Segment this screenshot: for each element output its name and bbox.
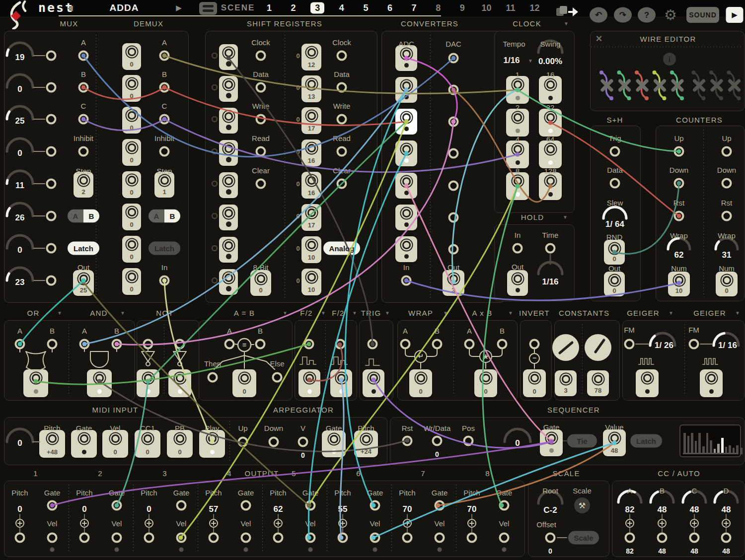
mux-select-port-c[interactable] (78, 114, 89, 125)
shift1-step-button[interactable] (219, 237, 238, 263)
shift2-step-button[interactable]: 17 (301, 107, 321, 134)
adc-button-5[interactable] (395, 173, 417, 199)
wrap-a-port[interactable] (400, 339, 411, 350)
demux-output-button[interactable]: 0 (122, 107, 141, 134)
output-gate-port[interactable] (176, 500, 187, 511)
trig-out-button[interactable] (363, 369, 384, 397)
geiger-out-button[interactable] (636, 369, 659, 397)
arp-down-port[interactable] (269, 437, 279, 447)
output-gate-port[interactable] (112, 500, 122, 511)
patch-name[interactable]: ADDA (110, 2, 139, 13)
wrap-out-button[interactable]: 0 (409, 369, 432, 397)
constant-out-button[interactable]: 3 (555, 370, 577, 396)
trig-in-port[interactable] (368, 339, 378, 350)
demux-output-button[interactable]: 0 (122, 139, 141, 166)
clock-div-4-button[interactable] (506, 140, 529, 168)
mux-input-port[interactable] (46, 82, 57, 93)
output-gate-port[interactable] (305, 500, 316, 511)
output-gate-port[interactable] (241, 500, 251, 511)
dac-out-button[interactable]: 3 (443, 270, 464, 296)
output-pitch-port[interactable] (273, 533, 284, 543)
hold-out-button[interactable] (507, 270, 528, 296)
demux-output-button[interactable]: 0 (122, 268, 141, 295)
demux-output-button[interactable]: 0 (122, 171, 141, 198)
demux-output-button[interactable]: 0 (122, 43, 141, 70)
midi-cc1-button[interactable]: 0 (135, 430, 160, 458)
dac-port-4[interactable] (448, 148, 459, 159)
shift1-step-button[interactable] (219, 44, 238, 70)
settings-gear-icon[interactable]: ⚙ (664, 6, 677, 23)
scene-tab-3[interactable]: 3 (310, 2, 324, 14)
demux-select-port-inhibit[interactable] (159, 146, 170, 157)
cc-out-port[interactable] (625, 533, 635, 543)
wrap-dropdown-icon[interactable]: ▼ (443, 310, 448, 316)
shift1-write-port[interactable] (256, 114, 266, 125)
f2-dropdown-icon[interactable]: ▼ (321, 310, 326, 316)
tempo-value[interactable]: 1/16 (503, 56, 520, 66)
demux-ab-toggle[interactable]: AB (149, 210, 180, 223)
counter-num-button[interactable]: 0 (716, 272, 738, 296)
scene-tab-7[interactable]: 7 (412, 3, 417, 13)
sound-button[interactable]: SOUND (686, 7, 719, 23)
clock-div-128-button[interactable] (539, 172, 562, 200)
dac-port-7[interactable] (448, 244, 459, 255)
mux-ab-toggle[interactable]: AB (68, 210, 99, 223)
adc-button-7[interactable] (395, 236, 417, 262)
output-pitch-value[interactable]: 0 (17, 504, 22, 514)
shift2-step-button[interactable]: 10 (301, 236, 321, 263)
shift1-step-button[interactable] (219, 172, 238, 198)
output-pitch-port[interactable] (15, 533, 25, 543)
scene-tab-10[interactable]: 10 (481, 3, 491, 13)
output-gate-port[interactable] (370, 500, 380, 511)
mux-select-port-b[interactable] (78, 82, 89, 93)
output-pitch-value[interactable]: 70 (467, 504, 477, 514)
axb-b-port[interactable] (497, 339, 508, 350)
adc-button-3[interactable] (395, 109, 417, 135)
output-pitch-port[interactable] (79, 533, 90, 543)
output-pitch-port[interactable] (209, 533, 219, 543)
shift1-mode-button[interactable]: 0 (250, 270, 271, 296)
tempo-dropdown-icon[interactable]: ▼ (528, 58, 533, 64)
output-pitch-value[interactable]: 57 (209, 504, 219, 514)
mux-latch-toggle[interactable]: Latch (68, 242, 99, 255)
or-b-port[interactable] (47, 339, 58, 350)
demux-in-port[interactable] (159, 276, 170, 286)
aeb-b-port[interactable] (255, 339, 266, 350)
scene-tab-8[interactable]: 8 (436, 3, 441, 13)
dac-port-5[interactable] (448, 181, 459, 191)
clock-div-64-button[interactable] (539, 140, 562, 168)
mux-input-port[interactable] (46, 114, 57, 125)
output-pitch-value[interactable]: 55 (338, 504, 348, 514)
cc-out-port[interactable] (721, 533, 732, 543)
scale-root-value[interactable]: C-2 (543, 505, 557, 515)
scale-tools-icon[interactable]: ⚒ (579, 501, 586, 510)
output-pitch-value[interactable]: 0 (147, 504, 151, 514)
trig-dropdown-icon[interactable]: ▼ (385, 310, 390, 316)
mux-input-port[interactable] (46, 146, 57, 157)
demux-step-button[interactable]: 1 (154, 172, 174, 198)
output-vel-port[interactable] (370, 533, 380, 543)
swing-value[interactable]: 0.00% (538, 57, 562, 67)
next-patch-icon[interactable]: ▶ (176, 3, 182, 12)
shift1-clear-port[interactable] (256, 179, 266, 189)
scene-tab-6[interactable]: 6 (387, 3, 392, 13)
demux-latch-toggle[interactable]: Latch (149, 242, 180, 255)
ab-option-a[interactable]: A (149, 210, 164, 223)
midi-gate-button[interactable] (71, 430, 97, 458)
seq-knob-value[interactable]: 0 (515, 438, 520, 448)
geiger-dropdown-icon[interactable]: ▼ (669, 310, 673, 316)
shift2-step-button[interactable]: 13 (301, 75, 321, 102)
wrap-b-port[interactable] (432, 339, 443, 350)
output-pitch-value[interactable]: 70 (403, 504, 412, 514)
or-out-button[interactable] (23, 369, 48, 397)
clock-div-1-button[interactable] (506, 76, 529, 104)
info-icon[interactable]: i (669, 55, 670, 64)
dac-port-1[interactable] (448, 53, 459, 64)
dac-port-6[interactable] (448, 212, 459, 223)
geiger-dropdown-icon[interactable]: ▼ (735, 310, 740, 316)
constant-out-button[interactable]: 78 (587, 370, 609, 396)
dac-port-3[interactable] (448, 117, 459, 127)
axb-out-button[interactable]: 0 (474, 369, 497, 397)
mux-input-port[interactable] (46, 211, 57, 221)
shift1-clock-port[interactable] (256, 51, 266, 61)
